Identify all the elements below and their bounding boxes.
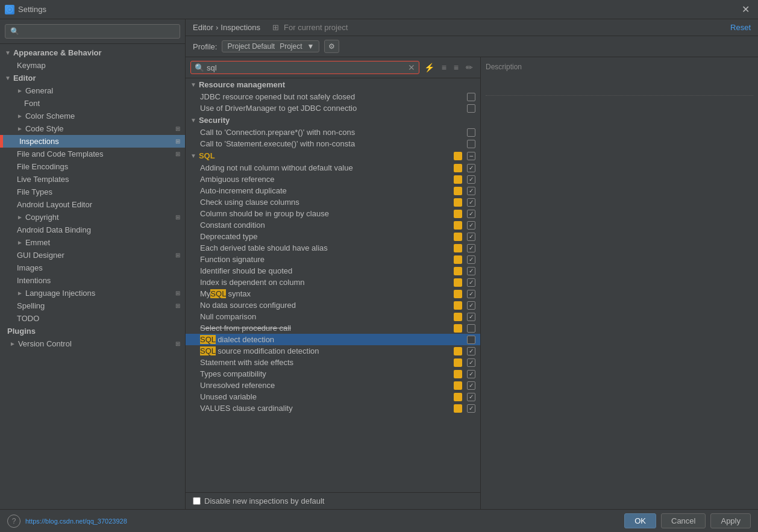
list-item[interactable]: Deprecated type bbox=[186, 231, 480, 242]
list-item[interactable]: Index is dependent on column bbox=[186, 277, 480, 288]
collapse-all-button[interactable]: ≡ bbox=[451, 61, 461, 74]
list-item[interactable]: JDBC resource opened but not safely clos… bbox=[186, 91, 480, 102]
sidebar-item-android-layout-editor[interactable]: Android Layout Editor bbox=[0, 198, 185, 211]
reset-button[interactable]: Reset bbox=[730, 23, 751, 32]
disable-inspections-checkbox[interactable] bbox=[193, 497, 201, 505]
list-item[interactable]: Identifier should be quoted bbox=[186, 265, 480, 277]
item-checkbox[interactable] bbox=[467, 347, 475, 355]
item-checkbox[interactable] bbox=[467, 187, 475, 195]
section-resource-management[interactable]: ▼ Resource management bbox=[186, 78, 480, 91]
list-item[interactable]: Types compatibility bbox=[186, 368, 480, 380]
item-checkbox[interactable] bbox=[467, 278, 475, 287]
item-checkbox[interactable] bbox=[467, 244, 475, 252]
item-checkbox[interactable] bbox=[467, 290, 475, 298]
list-item[interactable]: Column should be in group by clause bbox=[186, 208, 480, 219]
item-checkbox[interactable] bbox=[467, 267, 475, 275]
sidebar-item-copyright[interactable]: ► Copyright ⊞ bbox=[0, 211, 185, 224]
item-checkbox[interactable] bbox=[467, 324, 475, 333]
section-checkbox[interactable] bbox=[467, 152, 475, 160]
item-checkbox[interactable] bbox=[467, 404, 475, 413]
apply-button[interactable]: Apply bbox=[710, 513, 751, 528]
section-sql[interactable]: ▼ SQL bbox=[186, 149, 480, 162]
sidebar-item-intentions[interactable]: Intentions bbox=[0, 274, 185, 287]
item-checkbox[interactable] bbox=[467, 381, 475, 390]
item-checkbox[interactable] bbox=[467, 336, 475, 344]
list-item[interactable]: Call to 'Connection.prepare*()' with non… bbox=[186, 127, 480, 138]
list-item[interactable]: Select from procedure call bbox=[186, 322, 480, 334]
list-item[interactable]: Statement with side effects bbox=[186, 357, 480, 368]
sidebar-item-file-code-templates[interactable]: File and Code Templates ⊞ bbox=[0, 148, 185, 160]
item-checkbox[interactable] bbox=[467, 370, 475, 378]
list-item[interactable]: Ambiguous reference bbox=[186, 174, 480, 185]
inspections-search-input[interactable]: sql bbox=[207, 63, 408, 72]
sidebar-item-code-style[interactable]: ► Code Style ⊞ bbox=[0, 122, 185, 135]
item-checkbox[interactable] bbox=[467, 164, 475, 172]
sidebar-item-file-encodings[interactable]: File Encodings bbox=[0, 160, 185, 173]
item-checkbox[interactable] bbox=[467, 175, 475, 184]
inspections-search-box[interactable]: 🔍 sql ✕ bbox=[190, 61, 419, 74]
item-checkbox[interactable] bbox=[467, 210, 475, 218]
sidebar-item-keymap[interactable]: Keymap bbox=[0, 59, 185, 72]
item-checkbox[interactable] bbox=[467, 393, 475, 401]
sidebar-item-live-templates[interactable]: Live Templates bbox=[0, 173, 185, 186]
item-checkbox[interactable] bbox=[467, 128, 475, 137]
sidebar-item-file-types[interactable]: File Types bbox=[0, 186, 185, 198]
sidebar-search-input[interactable] bbox=[5, 24, 180, 39]
item-checkbox[interactable] bbox=[467, 301, 475, 310]
item-checkbox[interactable] bbox=[467, 93, 475, 101]
sidebar-item-plugins[interactable]: Plugins bbox=[0, 325, 185, 337]
sidebar-item-images[interactable]: Images bbox=[0, 261, 185, 274]
list-item[interactable]: MySQL syntax bbox=[186, 288, 480, 299]
sidebar-item-inspections[interactable]: Inspections ⊞ bbox=[0, 135, 185, 148]
item-checkbox[interactable] bbox=[467, 140, 475, 148]
help-button[interactable]: ? bbox=[7, 515, 20, 528]
item-checkbox[interactable] bbox=[467, 313, 475, 321]
clear-button[interactable]: ✏ bbox=[463, 61, 475, 74]
item-checkbox[interactable] bbox=[467, 358, 475, 367]
item-checkbox[interactable] bbox=[467, 198, 475, 207]
list-item[interactable]: VALUES clause cardinality bbox=[186, 402, 480, 414]
list-item[interactable]: Auto-increment duplicate bbox=[186, 185, 480, 196]
item-checkbox[interactable] bbox=[467, 255, 475, 264]
list-item[interactable]: Adding not null column without default v… bbox=[186, 162, 480, 174]
list-item[interactable]: Use of DriverManager to get JDBC connect… bbox=[186, 102, 480, 114]
list-item[interactable]: SQL source modification detection bbox=[186, 345, 480, 357]
sidebar-item-font[interactable]: Font bbox=[0, 97, 185, 110]
search-icon: 🔍 bbox=[195, 63, 204, 72]
search-clear-button[interactable]: ✕ bbox=[408, 63, 415, 72]
sidebar-item-language-injections[interactable]: ► Language Injections ⊞ bbox=[0, 287, 185, 299]
list-item[interactable]: Function signature bbox=[186, 254, 480, 265]
expand-all-button[interactable]: ≡ bbox=[439, 61, 449, 74]
cancel-button[interactable]: Cancel bbox=[661, 513, 706, 528]
sidebar-item-editor[interactable]: ▼ Editor bbox=[0, 72, 185, 84]
list-item[interactable]: Null comparison bbox=[186, 311, 480, 322]
sidebar-item-appearance[interactable]: ▼ Appearance & Behavior bbox=[0, 46, 185, 59]
list-item[interactable]: Call to 'Statement.execute()' with non-c… bbox=[186, 138, 480, 149]
item-checkbox[interactable] bbox=[467, 233, 475, 241]
section-security[interactable]: ▼ Security bbox=[186, 114, 480, 127]
item-checkbox[interactable] bbox=[467, 221, 475, 230]
list-item[interactable]: Each derived table should have alias bbox=[186, 242, 480, 254]
filter-button[interactable]: ⚡ bbox=[422, 61, 437, 74]
severity-indicator bbox=[454, 290, 462, 298]
sidebar-item-version-control[interactable]: ► Version Control ⊞ bbox=[0, 337, 185, 350]
sidebar-item-spelling[interactable]: Spelling ⊞ bbox=[0, 299, 185, 312]
item-checkbox[interactable] bbox=[467, 104, 475, 113]
sidebar-item-emmet[interactable]: ► Emmet bbox=[0, 236, 185, 249]
list-item[interactable]: Unused variable bbox=[186, 391, 480, 402]
profile-select[interactable]: Project Default Project ▼ bbox=[222, 40, 319, 52]
sidebar-item-todo[interactable]: TODO bbox=[0, 312, 185, 325]
severity-indicator bbox=[454, 175, 462, 184]
sidebar-item-android-data-binding[interactable]: Android Data Binding bbox=[0, 224, 185, 236]
close-button[interactable]: ✕ bbox=[738, 2, 753, 16]
list-item-sql-dialect[interactable]: SQL dialect detection bbox=[186, 334, 480, 345]
sidebar-item-color-scheme[interactable]: ► Color Scheme bbox=[0, 110, 185, 122]
sidebar-item-general[interactable]: ► General bbox=[0, 84, 185, 97]
list-item[interactable]: Check using clause columns bbox=[186, 196, 480, 208]
list-item[interactable]: No data sources configured bbox=[186, 299, 480, 311]
sidebar-item-gui-designer[interactable]: GUI Designer ⊞ bbox=[0, 249, 185, 261]
list-item[interactable]: Constant condition bbox=[186, 219, 480, 231]
ok-button[interactable]: OK bbox=[624, 513, 656, 528]
list-item[interactable]: Unresolved reference bbox=[186, 380, 480, 391]
profile-gear-button[interactable]: ⚙ bbox=[324, 40, 339, 53]
